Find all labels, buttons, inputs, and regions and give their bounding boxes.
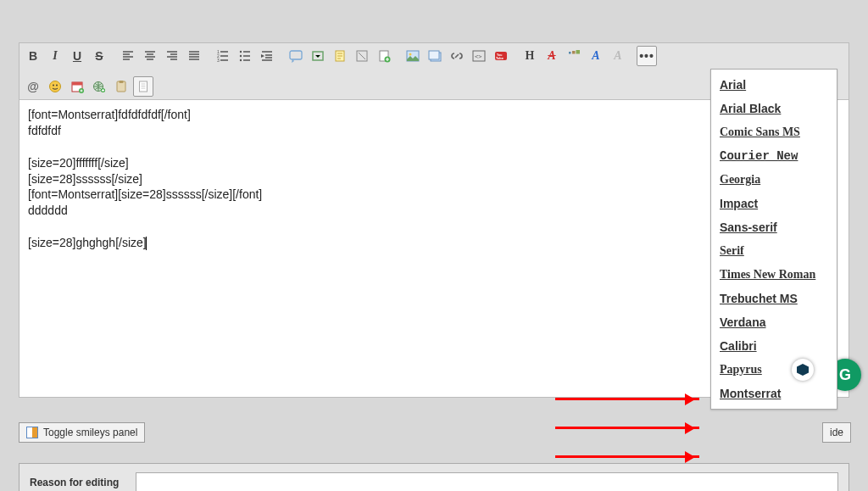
svg-rect-15 — [429, 51, 439, 59]
italic-button[interactable]: I — [45, 46, 65, 66]
font-color-button[interactable]: A — [586, 46, 606, 66]
note-button[interactable] — [330, 46, 350, 66]
strike-button[interactable]: S — [89, 46, 109, 66]
svg-rect-33 — [120, 81, 124, 83]
hide-button[interactable]: ide — [822, 422, 851, 443]
font-item-trebuchet-ms[interactable]: Trebuchet MS — [711, 287, 837, 310]
svg-text:3: 3 — [217, 58, 220, 63]
font-item-papyrus[interactable]: Papyrus — [711, 358, 837, 382]
text-line: [size=28]ghghgh[/size] — [28, 236, 147, 249]
font-item-georgia[interactable]: Georgia — [711, 168, 837, 192]
font-item-times-new-roman[interactable]: Times New Roman — [711, 263, 837, 287]
youtube-button[interactable]: YouTube — [491, 46, 511, 66]
font-style-button[interactable]: A — [542, 46, 562, 66]
font-item-impact[interactable]: Impact — [711, 192, 837, 215]
code-button[interactable]: <> — [469, 46, 489, 66]
calendar-button[interactable] — [67, 76, 87, 97]
globe-button[interactable] — [89, 76, 109, 97]
paste-button[interactable] — [111, 76, 131, 97]
font-item-calibri[interactable]: Calibri — [711, 334, 837, 358]
svg-point-13 — [409, 53, 412, 56]
svg-point-25 — [53, 85, 54, 86]
ordered-list-button[interactable]: 123 — [213, 46, 233, 66]
ordered-list-icon: 123 — [216, 49, 230, 63]
svg-text:<>: <> — [475, 53, 481, 60]
font-item-montserrat[interactable]: Montserrat — [711, 382, 837, 405]
font-item-arial[interactable]: Arial — [711, 73, 837, 97]
svg-point-26 — [56, 85, 58, 86]
indent-button[interactable] — [257, 46, 277, 66]
quote-button[interactable] — [286, 46, 306, 66]
add-button[interactable] — [374, 46, 394, 66]
font-size-button[interactable] — [564, 46, 584, 66]
italic-label: I — [53, 50, 57, 62]
toggle-smileys-label: Toggle smileys panel — [43, 427, 137, 438]
underline-button[interactable]: U — [67, 46, 87, 66]
align-right-button[interactable] — [162, 46, 182, 66]
unordered-list-button[interactable] — [235, 46, 255, 66]
font-item-comic-sans-ms[interactable]: Comic Sans MS — [711, 120, 837, 144]
bold-label: B — [29, 50, 37, 62]
svg-point-4 — [240, 55, 242, 57]
font-item-sans-serif[interactable]: Sans-serif — [711, 215, 837, 239]
link-button[interactable] — [447, 46, 467, 66]
svg-rect-23 — [576, 50, 581, 54]
emoji-button[interactable] — [45, 76, 65, 97]
smileys-palette-icon — [26, 427, 38, 438]
font-item-serif[interactable]: Serif — [711, 239, 837, 263]
image-button[interactable] — [403, 46, 423, 66]
header-label: H — [526, 50, 535, 62]
svg-rect-28 — [72, 82, 82, 86]
underline-label: U — [73, 50, 81, 62]
text-caret — [146, 237, 147, 250]
svg-rect-22 — [572, 51, 576, 54]
image-icon — [406, 49, 420, 63]
strike-label: S — [95, 50, 103, 62]
reason-label: Reason for editing — [30, 477, 119, 488]
font-size-icon — [567, 49, 581, 63]
calendar-icon — [70, 80, 84, 93]
bold-button[interactable]: B — [23, 46, 43, 66]
images-button[interactable] — [425, 46, 445, 66]
font-item-courier-new[interactable]: Courier New — [711, 144, 837, 168]
align-center-icon — [143, 49, 157, 63]
reason-input[interactable] — [136, 472, 838, 491]
font-item-verdana[interactable]: Verdana — [711, 310, 837, 334]
text-line: dddddd — [28, 204, 68, 217]
align-left-button[interactable] — [118, 46, 138, 66]
hide-label: ide — [830, 427, 843, 438]
font-dropdown[interactable]: ArialArial BlackComic Sans MSCourier New… — [710, 69, 837, 410]
spoiler-button[interactable] — [308, 46, 328, 66]
more-group: ••• — [637, 46, 657, 66]
quote-icon — [289, 49, 303, 63]
at-icon: @ — [27, 81, 39, 92]
annotation-arrow — [555, 427, 699, 429]
text-line: [font=Montserrat]fdfdfdfdf[/font] — [28, 108, 191, 121]
font-clear-button[interactable]: A — [608, 46, 628, 66]
align-right-icon — [165, 49, 179, 63]
header-button[interactable]: H — [520, 46, 540, 66]
offtopic-button[interactable] — [352, 46, 372, 66]
reason-row: Reason for editing — [19, 463, 849, 491]
floating-hex-badge[interactable] — [792, 359, 814, 381]
indent-icon — [260, 49, 274, 63]
mention-button[interactable]: @ — [23, 76, 43, 97]
font-group: H A A A — [520, 46, 628, 66]
text-line: [size=28]ssssss[/size] — [28, 172, 142, 186]
font-color-label: A — [592, 50, 599, 62]
align-center-button[interactable] — [140, 46, 160, 66]
note-icon — [333, 49, 347, 63]
font-item-arial-black[interactable]: Arial Black — [711, 97, 837, 120]
annotation-arrow — [555, 455, 699, 458]
toggle-smileys-button[interactable]: Toggle smileys panel — [19, 422, 145, 443]
source-button[interactable] — [133, 76, 153, 97]
align-justify-button[interactable] — [184, 46, 204, 66]
emoji-icon — [48, 80, 62, 93]
font-style-label: A — [548, 50, 555, 62]
text-line: [font=Montserrat][size=28]ssssss[/size][… — [28, 187, 262, 201]
clipboard-icon — [114, 80, 128, 93]
dots-icon: ••• — [639, 50, 654, 62]
spoiler-icon — [311, 49, 325, 63]
more-button[interactable]: ••• — [637, 46, 657, 66]
g-label: G — [839, 366, 851, 384]
